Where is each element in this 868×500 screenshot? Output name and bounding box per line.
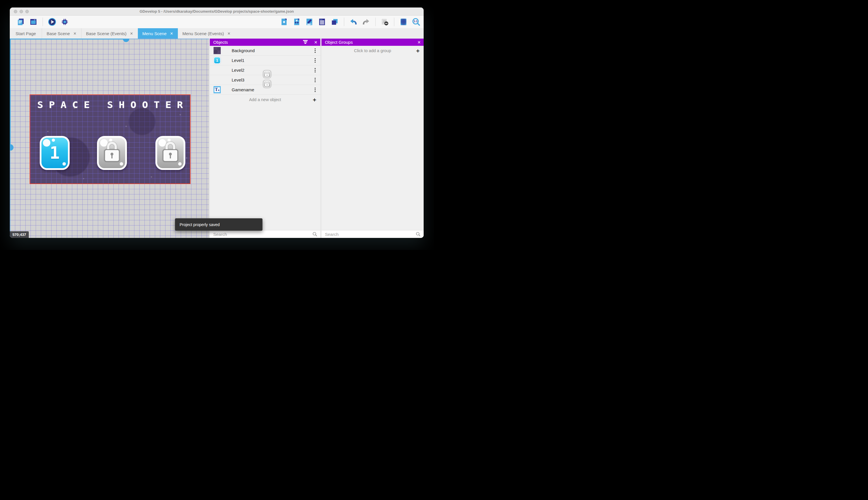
star-decoration: + <box>143 104 145 108</box>
text-object-icon: Tx <box>213 86 221 93</box>
objects-panel: Objects ✕ Background 1 Level1 Level2 <box>210 38 320 238</box>
scene-editor-canvas[interactable]: SPACE SHOOTER + + + + + + + + + + + <box>10 38 209 238</box>
project-manager-icon[interactable] <box>16 17 25 26</box>
tab-label: Menu Scene <box>142 31 167 36</box>
groups-search-input[interactable] <box>325 232 415 237</box>
scene-tabbar: Start Page Base Scene ✕ Base Scene (Even… <box>10 28 424 38</box>
level3-button-instance[interactable] <box>155 136 185 170</box>
level2-button-instance[interactable] <box>97 136 127 170</box>
horizontal-scrollbar-fill[interactable] <box>10 38 126 39</box>
close-icon[interactable]: ✕ <box>227 31 231 36</box>
gloss-highlight <box>109 138 112 142</box>
horizontal-scrollbar-track[interactable] <box>126 38 209 39</box>
object-label: Background <box>232 48 255 53</box>
window-title: GDevelop 5 - /Users/dkarakay/Documents/G… <box>10 8 424 15</box>
kebab-menu-icon[interactable] <box>315 58 316 63</box>
gloss-highlight <box>120 162 123 166</box>
star-decoration: + <box>186 156 187 160</box>
instances-list-icon[interactable] <box>317 17 327 26</box>
close-icon[interactable]: ✕ <box>417 38 421 46</box>
star-decoration: + <box>47 129 49 133</box>
scene-background-instance[interactable]: SPACE SHOOTER + + + + + + + + + + + <box>30 94 190 184</box>
star-decoration: + <box>73 106 75 110</box>
objects-panel-icon[interactable] <box>280 17 289 26</box>
object-label: Level1 <box>232 58 244 63</box>
object-row-background[interactable]: Background <box>210 46 320 56</box>
kebab-menu-icon[interactable] <box>315 88 316 92</box>
object-row-level1[interactable]: 1 Level1 <box>210 56 320 65</box>
object-label: Level2 <box>232 68 244 72</box>
scene-window-icon[interactable] <box>29 17 38 26</box>
object-label: Gamename <box>232 87 254 92</box>
debug-icon[interactable] <box>60 17 69 26</box>
plus-icon[interactable]: + <box>416 48 420 54</box>
save-toast: Project properly saved <box>175 218 262 231</box>
search-icon <box>415 231 421 237</box>
gloss-highlight <box>178 162 181 166</box>
objects-search-bar <box>210 230 320 238</box>
kebab-menu-icon[interactable] <box>315 68 316 72</box>
plus-icon[interactable]: + <box>313 97 316 103</box>
object-row-level3[interactable]: Level3 <box>210 75 320 85</box>
minimize-window-button[interactable] <box>20 10 23 13</box>
vertical-scrollbar-fill[interactable] <box>10 38 11 147</box>
object-groups-panel: Object Groups ✕ Click to add a group + <box>321 38 424 238</box>
gloss-highlight <box>167 138 171 142</box>
vertical-scrollbar-track[interactable] <box>10 151 11 238</box>
zoom-window-button[interactable] <box>25 10 29 13</box>
objects-search-input[interactable] <box>213 232 312 237</box>
filter-icon[interactable] <box>303 40 308 44</box>
add-group-button[interactable]: Click to add a group + <box>321 46 424 56</box>
main-content: SPACE SHOOTER + + + + + + + + + + + <box>10 38 424 238</box>
add-group-label: Click to add a group <box>354 48 391 53</box>
star-decoration: + <box>83 177 84 180</box>
screenshot-page: GDevelop 5 - /Users/dkarakay/Documents/G… <box>0 0 434 250</box>
objects-panel-title: Objects <box>213 40 228 45</box>
close-icon[interactable]: ✕ <box>73 31 77 36</box>
toast-message: Project properly saved <box>179 222 220 227</box>
close-window-button[interactable] <box>14 10 17 13</box>
main-toolbar: 1:1 <box>10 15 424 28</box>
tab-menu-scene[interactable]: Menu Scene ✕ <box>138 28 178 38</box>
star-decoration: + <box>151 175 152 179</box>
close-icon[interactable]: ✕ <box>130 31 133 36</box>
toolbar-right-group: 1:1 <box>280 17 421 26</box>
horizontal-scrollbar-handle[interactable] <box>123 38 129 42</box>
object-row-gamename[interactable]: Tx Gamename <box>210 85 320 95</box>
tab-start-page[interactable]: Start Page <box>10 28 42 38</box>
play-preview-icon[interactable] <box>47 17 57 26</box>
search-icon <box>312 231 317 237</box>
add-object-label: Add a new object <box>249 97 281 102</box>
kebab-menu-icon[interactable] <box>315 48 316 53</box>
tab-label: Base Scene (Events) <box>86 31 127 36</box>
close-icon[interactable]: ✕ <box>170 31 173 36</box>
star-decoration: + <box>125 124 127 128</box>
tab-label: Menu Scene (Events) <box>183 31 224 36</box>
redo-icon[interactable] <box>362 17 371 26</box>
properties-icon[interactable] <box>305 17 314 26</box>
lock-icon <box>163 142 178 162</box>
tab-base-scene-events[interactable]: Base Scene (Events) ✕ <box>81 28 138 38</box>
toolbar-separator <box>394 18 394 26</box>
objects-panel-header: Objects ✕ <box>210 38 320 46</box>
close-icon[interactable]: ✕ <box>314 38 317 46</box>
layers-icon[interactable] <box>330 17 339 26</box>
kebab-menu-icon[interactable] <box>315 78 316 82</box>
toolbar-separator <box>344 18 344 26</box>
undo-icon[interactable] <box>349 17 358 26</box>
object-groups-panel-icon[interactable] <box>292 17 301 26</box>
vertical-scrollbar-handle[interactable] <box>10 144 13 151</box>
lock-icon <box>104 142 120 162</box>
tab-base-scene[interactable]: Base Scene ✕ <box>42 28 81 38</box>
traffic-lights <box>14 10 29 13</box>
zoom-reset-icon[interactable]: 1:1 <box>412 17 421 26</box>
gamename-text-instance[interactable]: SPACE SHOOTER <box>30 99 190 110</box>
instances-mask-icon[interactable] <box>380 17 389 26</box>
toolbar-left-group <box>16 17 69 26</box>
grid-icon[interactable] <box>399 17 408 26</box>
level1-button-instance[interactable]: 1 <box>40 136 70 170</box>
add-new-object-button[interactable]: Add a new object + <box>210 95 320 104</box>
object-row-level2[interactable]: Level2 <box>210 65 320 75</box>
tab-menu-scene-events[interactable]: Menu Scene (Events) ✕ <box>178 28 235 38</box>
toolbar-separator <box>375 18 376 26</box>
